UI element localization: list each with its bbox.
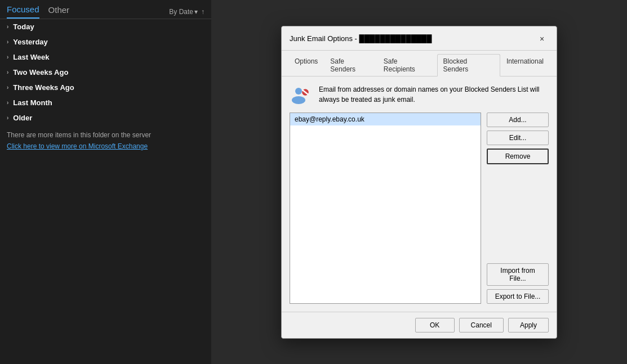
sidebar: Focused Other By Date ▾ ↑ ›Today›Yesterd… <box>0 0 211 364</box>
dialog-titlebar: Junk Email Options - ██████████████ × <box>282 26 557 51</box>
exchange-link[interactable]: Click here to view more on Microsoft Exc… <box>0 141 211 156</box>
sort-by-date[interactable]: By Date ▾ <box>169 8 198 16</box>
tab-safe-recipients[interactable]: Safe Recipients <box>377 54 437 76</box>
svg-point-1 <box>295 88 302 95</box>
dialog-overlay: Junk Email Options - ██████████████ × Op… <box>211 0 627 364</box>
senders-list[interactable]: ebay@reply.ebay.co.uk <box>290 113 481 304</box>
remove-button[interactable]: Remove <box>487 149 549 164</box>
chevron-right-icon: › <box>7 100 8 106</box>
import-button[interactable]: Import from File... <box>487 263 549 286</box>
junk-email-dialog: Junk Email Options - ██████████████ × Op… <box>281 26 557 339</box>
apply-button[interactable]: Apply <box>508 318 549 332</box>
server-notice: There are more items in this folder on t… <box>0 125 211 141</box>
sender-list-item[interactable]: ebay@reply.ebay.co.uk <box>290 113 481 125</box>
add-button[interactable]: Add... <box>487 113 549 127</box>
email-group-last-month[interactable]: ›Last Month <box>0 95 211 110</box>
info-row: Email from addresses or domain names on … <box>290 84 549 107</box>
dialog-body: Email from addresses or domain names on … <box>282 77 557 312</box>
dialog-tabs: OptionsSafe SendersSafe RecipientsBlocke… <box>282 51 557 77</box>
email-group-today[interactable]: ›Today <box>0 19 211 34</box>
tab-other[interactable]: Other <box>48 5 70 18</box>
tab-safe-senders[interactable]: Safe Senders <box>324 54 377 76</box>
email-group-three-weeks-ago[interactable]: ›Three Weeks Ago <box>0 80 211 95</box>
chevron-right-icon: › <box>7 39 8 45</box>
email-group-yesterday[interactable]: ›Yesterday <box>0 34 211 50</box>
content-area: ebay@reply.ebay.co.uk Add... Edit... Rem… <box>290 113 549 304</box>
svg-point-2 <box>292 96 305 104</box>
export-button[interactable]: Export to File... <box>487 289 549 304</box>
email-groups: ›Today›Yesterday›Last Week›Two Weeks Ago… <box>0 19 211 125</box>
chevron-right-icon: › <box>7 84 8 91</box>
sidebar-tabs: Focused Other By Date ▾ ↑ <box>0 0 211 19</box>
tab-options[interactable]: Options <box>288 54 324 76</box>
chevron-right-icon: › <box>7 115 8 121</box>
tab-international[interactable]: International <box>500 54 550 76</box>
chevron-right-icon: › <box>7 24 8 30</box>
tab-focused[interactable]: Focused <box>7 5 39 19</box>
blocked-senders-icon <box>290 84 312 107</box>
dialog-footer: OK Cancel Apply <box>282 312 557 338</box>
dialog-close-button[interactable]: × <box>535 32 549 46</box>
chevron-down-icon: ▾ <box>194 8 198 16</box>
action-buttons: Add... Edit... Remove Import from File..… <box>487 113 549 304</box>
reading-pane: Select an item to read Junk Email Option… <box>211 0 627 364</box>
edit-button[interactable]: Edit... <box>487 131 549 145</box>
dialog-title: Junk Email Options - ██████████████ <box>290 34 432 43</box>
email-group-older[interactable]: ›Older <box>0 110 211 125</box>
chevron-right-icon: › <box>7 54 8 60</box>
sort-ascending-icon[interactable]: ↑ <box>201 8 204 16</box>
tab-blocked-senders[interactable]: Blocked Senders <box>437 54 500 77</box>
info-text: Email from addresses or domain names on … <box>319 84 549 105</box>
email-group-two-weeks-ago[interactable]: ›Two Weeks Ago <box>0 65 211 80</box>
cancel-button[interactable]: Cancel <box>459 318 504 332</box>
chevron-right-icon: › <box>7 69 8 75</box>
email-group-last-week[interactable]: ›Last Week <box>0 50 211 65</box>
ok-button[interactable]: OK <box>415 318 455 332</box>
